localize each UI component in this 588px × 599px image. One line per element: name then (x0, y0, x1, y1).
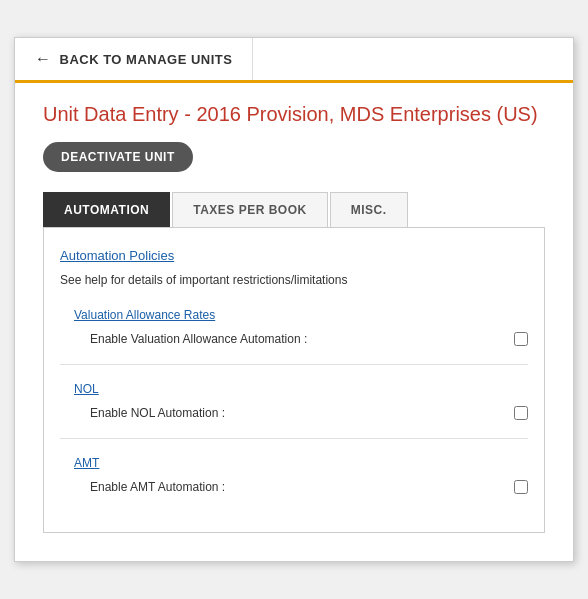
back-button-label: BACK TO MANAGE UNITS (60, 52, 233, 67)
help-text: See help for details of important restri… (60, 273, 528, 287)
automation-policies-link[interactable]: Automation Policies (60, 248, 528, 263)
valuation-allowance-row: Enable Valuation Allowance Automation : (74, 332, 528, 346)
valuation-allowance-checkbox[interactable] (514, 332, 528, 346)
valuation-allowance-link[interactable]: Valuation Allowance Rates (74, 308, 215, 322)
amt-link[interactable]: AMT (74, 456, 99, 470)
back-arrow-icon: ← (35, 50, 52, 68)
tab-misc[interactable]: MISC. (330, 192, 408, 227)
amt-checkbox[interactable] (514, 480, 528, 494)
nol-row: Enable NOL Automation : (74, 406, 528, 420)
subsection-amt: AMT Enable AMT Automation : (60, 453, 528, 494)
amt-row: Enable AMT Automation : (74, 480, 528, 494)
nol-label: Enable NOL Automation : (90, 406, 494, 420)
page-content: Unit Data Entry - 2016 Provision, MDS En… (15, 83, 573, 561)
header-bar: ← BACK TO MANAGE UNITS (15, 38, 573, 83)
deactivate-unit-button[interactable]: DEACTIVATE UNIT (43, 142, 193, 172)
amt-label: Enable AMT Automation : (90, 480, 494, 494)
tab-content-automation: Automation Policies See help for details… (43, 228, 545, 533)
valuation-allowance-label: Enable Valuation Allowance Automation : (90, 332, 494, 346)
nol-checkbox[interactable] (514, 406, 528, 420)
tab-bar: AUTOMATION TAXES PER BOOK MISC. (43, 192, 545, 228)
nol-link[interactable]: NOL (74, 382, 99, 396)
subsection-nol: NOL Enable NOL Automation : (60, 379, 528, 420)
tab-automation[interactable]: AUTOMATION (43, 192, 170, 227)
main-window: ← BACK TO MANAGE UNITS Unit Data Entry -… (14, 37, 574, 562)
divider-1 (60, 364, 528, 365)
page-title: Unit Data Entry - 2016 Provision, MDS En… (43, 103, 545, 126)
subsection-valuation-allowance: Valuation Allowance Rates Enable Valuati… (60, 305, 528, 346)
tab-taxes-per-book[interactable]: TAXES PER BOOK (172, 192, 327, 227)
divider-2 (60, 438, 528, 439)
back-button[interactable]: ← BACK TO MANAGE UNITS (15, 38, 253, 80)
